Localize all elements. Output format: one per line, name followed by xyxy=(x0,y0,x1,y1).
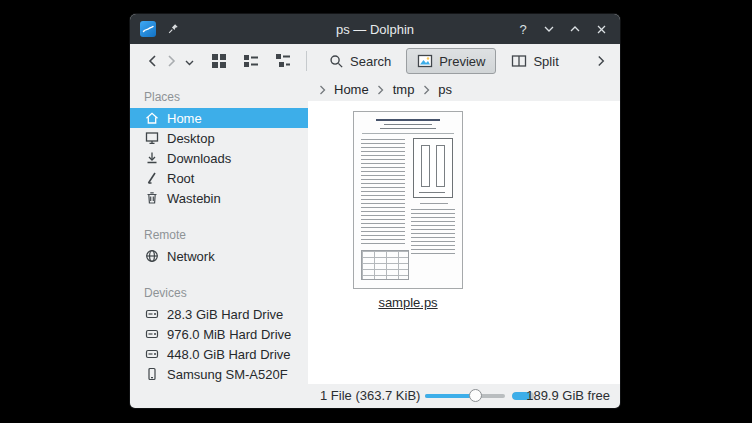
sidebar-item-drive-3[interactable]: 448.0 GiB Hard Drive xyxy=(130,344,308,364)
zoom-slider-fill xyxy=(425,394,475,398)
sidebar-item-label: Desktop xyxy=(167,131,215,146)
split-label: Split xyxy=(533,54,558,69)
sidebar-item-network[interactable]: Network xyxy=(130,246,308,266)
sidebar-item-desktop[interactable]: Desktop xyxy=(130,128,308,148)
help-button[interactable]: ? xyxy=(514,20,532,38)
sidebar-item-label: Wastebin xyxy=(167,191,221,206)
sidebar-item-label: Network xyxy=(167,249,215,264)
chevron-right-icon xyxy=(377,82,385,98)
toolbar-separator xyxy=(306,51,307,71)
close-button[interactable] xyxy=(592,20,610,38)
breadcrumb: Home tmp ps xyxy=(308,78,620,101)
breadcrumb-item-tmp[interactable]: tmp xyxy=(392,82,416,97)
network-icon xyxy=(144,248,160,264)
sidebar-item-label: 976.0 MiB Hard Drive xyxy=(167,327,291,342)
hard-drive-icon xyxy=(144,326,160,342)
back-button[interactable] xyxy=(142,49,162,73)
sidebar-item-label: Samsung SM-A520F xyxy=(167,367,288,382)
file-count-label: 1 File (363.7 KiB) xyxy=(320,388,420,403)
sidebar-item-drive-2[interactable]: 976.0 MiB Hard Drive xyxy=(130,324,308,344)
toolbar-overflow-icon[interactable] xyxy=(592,49,610,73)
titlebar[interactable]: ps — Dolphin ? xyxy=(130,14,620,44)
sidebar-item-label: Downloads xyxy=(167,151,231,166)
dolphin-app-icon xyxy=(140,21,156,37)
sidebar-item-label: 28.3 GiB Hard Drive xyxy=(167,307,283,322)
dolphin-window: ps — Dolphin ? xyxy=(130,14,620,408)
root-icon xyxy=(144,170,160,186)
chevron-right-icon[interactable] xyxy=(318,82,326,98)
file-item[interactable]: sample.ps xyxy=(344,111,472,311)
file-thumbnail-postscript[interactable] xyxy=(353,111,463,289)
preview-icon xyxy=(417,53,433,69)
search-label: Search xyxy=(350,54,391,69)
pin-icon[interactable] xyxy=(165,21,181,37)
file-name-label[interactable]: sample.ps xyxy=(378,295,437,310)
hard-drive-icon xyxy=(144,306,160,322)
history-dropdown-icon[interactable] xyxy=(182,49,196,73)
sidebar-item-home[interactable]: Home xyxy=(130,108,308,128)
sidebar-item-downloads[interactable]: Downloads xyxy=(130,148,308,168)
breadcrumb-item-ps[interactable]: ps xyxy=(437,82,453,97)
search-icon xyxy=(328,53,344,69)
places-section-header: Places xyxy=(130,84,308,108)
download-icon xyxy=(144,150,160,166)
icons-view-button[interactable] xyxy=(206,48,232,74)
split-button[interactable]: Split xyxy=(500,48,569,74)
hard-drive-icon xyxy=(144,346,160,362)
sidebar-item-drive-1[interactable]: 28.3 GiB Hard Drive xyxy=(130,304,308,324)
sidebar-item-label: Home xyxy=(167,111,202,126)
sidebar-item-phone[interactable]: Samsung SM-A520F xyxy=(130,364,308,384)
places-panel: Places Home Desktop Downloads xyxy=(130,78,308,384)
sidebar-item-wastebin[interactable]: Wastebin xyxy=(130,188,308,208)
zoom-slider-handle[interactable] xyxy=(469,389,482,402)
folder-view[interactable]: sample.ps xyxy=(308,101,620,384)
main-toolbar: Search Preview Split xyxy=(130,44,620,78)
remote-section-header: Remote xyxy=(130,222,308,246)
devices-section-header: Devices xyxy=(130,280,308,304)
statusbar: 1 File (363.7 KiB) 189.9 GiB free xyxy=(130,384,620,408)
forward-button[interactable] xyxy=(162,49,182,73)
sidebar-item-label: 448.0 GiB Hard Drive xyxy=(167,347,291,362)
chevron-right-icon xyxy=(422,82,430,98)
preview-button[interactable]: Preview xyxy=(406,48,496,74)
sidebar-item-root[interactable]: Root xyxy=(130,168,308,188)
home-icon xyxy=(144,110,160,126)
trash-icon xyxy=(144,190,160,206)
breadcrumb-item-home[interactable]: Home xyxy=(333,82,370,97)
compact-view-button[interactable] xyxy=(238,48,264,74)
minimize-button[interactable] xyxy=(540,20,558,38)
details-view-button[interactable] xyxy=(270,48,296,74)
zoom-slider[interactable] xyxy=(425,394,505,398)
preview-label: Preview xyxy=(439,54,485,69)
split-icon xyxy=(511,53,527,69)
free-space-label: 189.9 GiB free xyxy=(526,388,610,403)
maximize-button[interactable] xyxy=(566,20,584,38)
desktop-icon xyxy=(144,130,160,146)
smartphone-icon xyxy=(144,366,160,382)
sidebar-item-label: Root xyxy=(167,171,194,186)
search-button[interactable]: Search xyxy=(317,48,402,74)
